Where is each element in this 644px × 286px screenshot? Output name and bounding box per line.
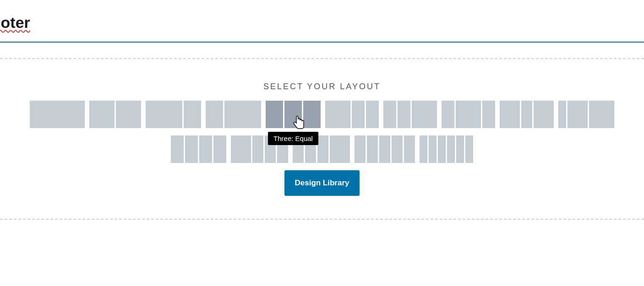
layout-option-three-center-heavy[interactable] <box>442 101 495 128</box>
layout-column <box>465 135 473 163</box>
layout-column <box>456 135 464 163</box>
layout-column <box>89 101 115 128</box>
layout-column <box>171 135 184 163</box>
layout-column <box>185 135 198 163</box>
layout-tooltip: Three: Equal <box>268 132 318 145</box>
layout-column <box>521 101 532 128</box>
layout-column <box>379 135 390 163</box>
layout-option-single[interactable] <box>30 101 85 128</box>
layout-option-three-variant[interactable] <box>558 101 614 128</box>
layout-column <box>438 135 446 163</box>
layout-option-four-equal[interactable] <box>171 135 226 163</box>
design-library-button[interactable]: Design Library <box>284 170 359 196</box>
layout-column <box>231 135 251 163</box>
layout-column <box>500 101 520 128</box>
layout-column <box>284 101 302 128</box>
layout-column <box>317 135 328 163</box>
layout-column <box>184 101 201 128</box>
layout-column <box>352 101 365 128</box>
layout-column <box>252 135 263 163</box>
layout-column <box>325 101 350 128</box>
layout-column <box>398 101 410 128</box>
layout-column <box>367 135 378 163</box>
layout-column <box>199 135 212 163</box>
layout-column <box>442 101 454 128</box>
layout-column <box>330 135 350 163</box>
layout-column <box>206 101 223 128</box>
layout-column <box>355 135 366 163</box>
layout-options-container: Three: Equal <box>0 101 644 163</box>
page-title: Footer <box>0 0 30 35</box>
layout-option-three-equal[interactable]: Three: Equal <box>266 101 321 128</box>
layout-column <box>303 101 321 128</box>
layout-option-three-left-heavy[interactable] <box>325 101 379 128</box>
layout-column <box>568 101 588 128</box>
layout-column <box>429 135 437 163</box>
layout-option-two-left-heavy[interactable] <box>146 101 201 128</box>
layout-column <box>534 101 554 128</box>
layout-option-three-right-heavy[interactable] <box>383 101 437 128</box>
layout-column <box>404 135 415 163</box>
layout-option-five-equal[interactable] <box>355 135 415 163</box>
layout-column <box>589 101 614 128</box>
layout-row-2 <box>171 135 473 163</box>
layout-row-1: Three: Equal <box>30 101 614 128</box>
section-divider-top <box>0 58 644 59</box>
layout-column <box>213 135 226 163</box>
layout-column <box>482 101 495 128</box>
layout-column <box>558 101 566 128</box>
layout-column <box>412 101 437 128</box>
layout-option-six-equal[interactable] <box>420 135 473 163</box>
layout-column <box>366 101 379 128</box>
layout-option-two-right-heavy[interactable] <box>206 101 261 128</box>
layout-column <box>146 101 182 128</box>
section-divider-bottom <box>0 219 644 220</box>
layout-column <box>116 101 141 128</box>
layout-column <box>392 135 403 163</box>
layout-option-three-outer-heavy[interactable] <box>500 101 554 128</box>
layout-heading: SELECT YOUR LAYOUT <box>0 82 644 92</box>
layout-option-two-equal[interactable] <box>89 101 141 128</box>
title-divider <box>0 42 644 43</box>
layout-column <box>456 101 481 128</box>
layout-column <box>224 101 261 128</box>
layout-column <box>420 135 427 163</box>
layout-column <box>447 135 455 163</box>
layout-column <box>383 101 396 128</box>
layout-column <box>266 101 283 128</box>
layout-column <box>30 101 85 128</box>
